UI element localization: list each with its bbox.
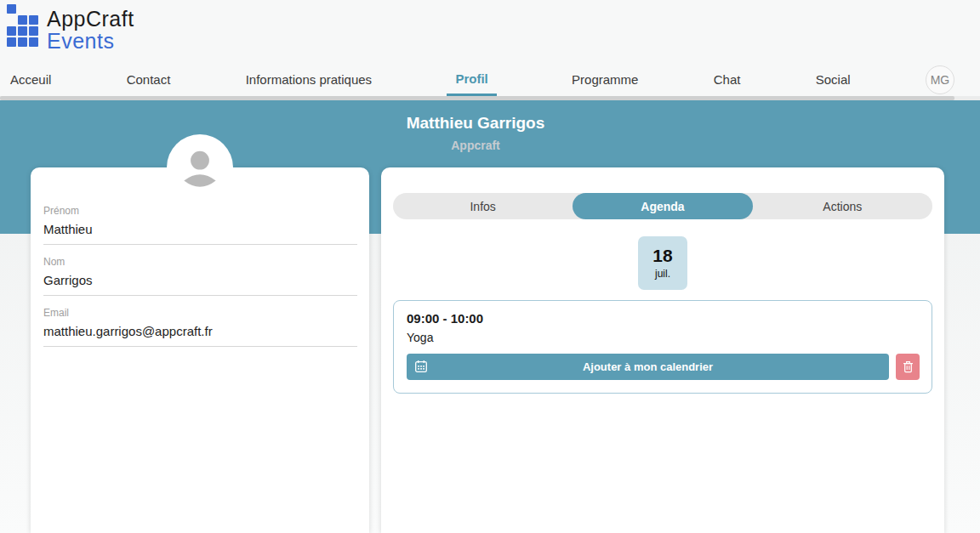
field-prenom: Prénom (43, 205, 357, 245)
profile-info-card: Prénom Nom Email (31, 167, 369, 533)
person-placeholder-icon (176, 144, 224, 191)
profile-page: Matthieu Garrigos Appcraft Prénom Nom Em… (0, 100, 980, 533)
agenda-date-day: 18 (652, 247, 672, 265)
profile-company: Appcraft (0, 133, 980, 152)
nav-item-contact[interactable]: Contact (127, 64, 171, 96)
add-to-calendar-label: Ajouter à mon calendrier (583, 360, 713, 373)
calendar-icon (414, 360, 428, 373)
profile-avatar[interactable] (167, 134, 233, 201)
nav-item-social[interactable]: Social (816, 64, 851, 96)
user-avatar[interactable]: MG (926, 65, 954, 94)
email-input[interactable] (43, 322, 357, 347)
nav-item-programme[interactable]: Programme (572, 64, 638, 96)
app-header: AppCraft Events Acceuil Contact Informat… (0, 0, 980, 96)
prenom-label: Prénom (43, 205, 357, 217)
nom-input[interactable] (43, 271, 357, 296)
logo-line1: AppCraft (47, 8, 134, 30)
delete-event-button[interactable] (896, 354, 920, 380)
tab-infos[interactable]: Infos (393, 193, 573, 219)
nav-item-acceuil[interactable]: Acceuil (10, 64, 51, 96)
profile-name: Matthieu Garrigos (0, 100, 980, 133)
nav-item-chat[interactable]: Chat (714, 64, 741, 96)
logo-line2: Events (47, 30, 134, 52)
agenda-date-month: juil. (655, 268, 670, 280)
tab-agenda[interactable]: Agenda (573, 193, 752, 219)
field-nom: Nom (43, 256, 357, 296)
field-email: Email (43, 307, 357, 347)
nav-item-profil[interactable]: Profil (447, 64, 496, 96)
tab-actions[interactable]: Actions (753, 193, 932, 219)
profile-detail-card: Infos Agenda Actions 18 juil. 09:00 - 10… (381, 167, 944, 533)
event-time: 09:00 - 10:00 (407, 311, 920, 326)
appcraft-logo-icon (7, 4, 41, 48)
appcraft-logo[interactable]: AppCraft Events (7, 4, 134, 52)
trash-icon (903, 360, 914, 373)
main-nav: Acceuil Contact Informations pratiques P… (0, 64, 980, 96)
appcraft-logo-text: AppCraft Events (47, 4, 134, 52)
agenda-date-badge[interactable]: 18 juil. (638, 236, 687, 290)
nav-item-informations-pratiques[interactable]: Informations pratiques (246, 64, 372, 96)
email-label: Email (43, 307, 357, 319)
prenom-input[interactable] (43, 220, 357, 245)
nom-label: Nom (43, 256, 357, 268)
event-actions: Ajouter à mon calendrier (407, 354, 920, 380)
agenda-event-card: 09:00 - 10:00 Yoga (393, 300, 932, 394)
event-title: Yoga (407, 331, 920, 344)
profile-tabbar: Infos Agenda Actions (393, 193, 932, 219)
add-to-calendar-button[interactable]: Ajouter à mon calendrier (407, 354, 889, 380)
